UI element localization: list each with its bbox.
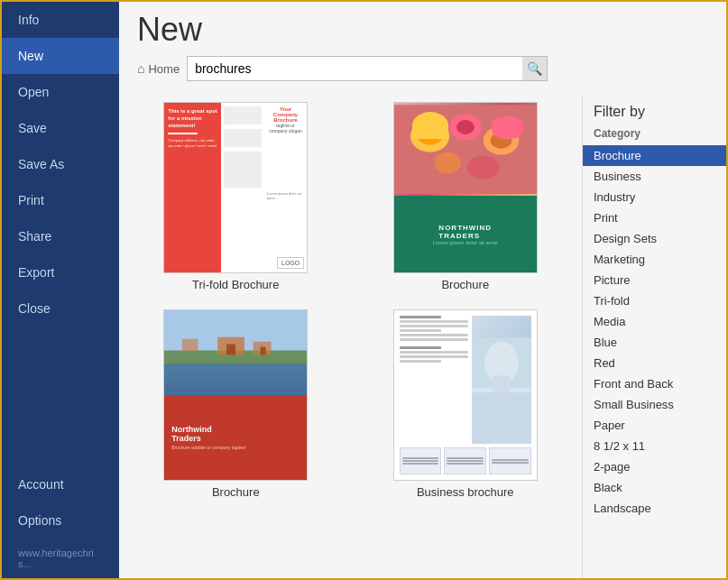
filter-item-print[interactable]: Print: [583, 207, 726, 228]
filter-item-design-sets[interactable]: Design Sets: [583, 228, 726, 249]
template-thumb-brochure2: NorthwindTraders Brochure subtitle or co…: [163, 309, 308, 481]
template-label-trifold: Tri-fold Brochure: [192, 278, 279, 291]
svg-rect-15: [261, 347, 266, 355]
tl-text: Company address, city, state, zip code •…: [168, 138, 217, 148]
biz-line: [400, 338, 468, 341]
lake-reflection: [164, 365, 307, 395]
sidebar: Info New Open Save Save As Print Share E…: [2, 2, 119, 578]
filter-item-front-and-back[interactable]: Front and Back: [583, 373, 726, 394]
biz-text-block: [400, 316, 531, 444]
filter-item-black[interactable]: Black: [583, 477, 726, 498]
brochure2-mock: NorthwindTraders Brochure subtitle or co…: [164, 310, 307, 480]
svg-point-6: [490, 133, 511, 149]
biz-card-line: [402, 460, 439, 462]
search-button[interactable]: 🔍: [522, 56, 548, 81]
tr-logo: LOGO: [277, 257, 304, 269]
filter-item-landscape[interactable]: Landscape: [583, 498, 726, 519]
template-biz-brochure[interactable]: Business brochure: [360, 309, 572, 499]
templates-area: This is a great spot for a mission state…: [119, 95, 582, 578]
biz-card: [489, 447, 531, 474]
page-title: New: [137, 11, 708, 49]
tr-company-title: Your CompanyBrochure: [267, 106, 304, 123]
filter-title: Filter by: [583, 104, 726, 125]
biz-line: [400, 355, 468, 358]
search-bar: ⌂ Home 🔍: [137, 56, 708, 81]
sidebar-item-info[interactable]: Info: [2, 2, 119, 38]
biz-card-line: [447, 463, 484, 465]
sidebar-item-open[interactable]: Open: [2, 74, 119, 110]
trifold-left: This is a great spot for a mission state…: [164, 103, 221, 272]
tm-block: [224, 106, 261, 124]
home-link[interactable]: ⌂ Home: [137, 61, 180, 76]
biz-card: [400, 447, 442, 474]
sidebar-item-save[interactable]: Save: [2, 110, 119, 146]
svg-point-1: [410, 120, 449, 152]
brochure1-bottom: NORTHWINDTRADERS Lorem ipsum dolor sit a…: [394, 196, 537, 272]
filter-item-marketing[interactable]: Marketing: [583, 249, 726, 270]
tr-body-text: Lorem ipsum dolor sit amet...: [267, 191, 304, 200]
trifold-mock: This is a great spot for a mission state…: [164, 103, 307, 272]
biz-card-line: [402, 457, 439, 459]
brochure1-sub: Lorem ipsum dolor sit amet: [433, 240, 498, 245]
template-brochure2[interactable]: NorthwindTraders Brochure subtitle or co…: [130, 309, 342, 499]
biz-line: [400, 346, 441, 349]
biz-line: [400, 351, 468, 354]
filter-item-picture[interactable]: Picture: [583, 270, 726, 290]
trifold-mid: [221, 103, 263, 272]
biz-line: [400, 316, 441, 318]
home-icon: ⌂: [137, 61, 144, 76]
filter-item-media[interactable]: Media: [583, 311, 726, 332]
bizbrochure-mock: [394, 310, 537, 480]
svg-point-2: [417, 127, 442, 145]
filter-item-industry[interactable]: Industry: [583, 187, 726, 207]
sidebar-footer-text: www.heritagechris...: [2, 539, 119, 578]
filter-item-brochure[interactable]: Brochure: [583, 145, 726, 166]
biz-photo-svg: [472, 316, 531, 444]
svg-rect-20: [493, 375, 511, 422]
brochure1-mock: NORTHWINDTRADERS Lorem ipsum dolor sit a…: [394, 103, 537, 272]
sidebar-item-save-as[interactable]: Save As: [2, 146, 119, 182]
sidebar-item-print[interactable]: Print: [2, 182, 119, 218]
filter-item-8x11[interactable]: 8 1/2 x 11: [583, 436, 726, 456]
filter-item-red[interactable]: Red: [583, 353, 726, 373]
template-label-brochure2: Brochure: [212, 485, 260, 499]
template-label-brochure1: Brochure: [441, 278, 489, 291]
biz-bottom-cards: [400, 447, 531, 474]
biz-line: [400, 360, 441, 363]
brochure1-brand: NORTHWINDTRADERS: [438, 224, 492, 240]
sidebar-item-close[interactable]: Close: [2, 290, 119, 327]
search-input[interactable]: [187, 56, 548, 81]
template-thumb-trifold: This is a great spot for a mission state…: [163, 102, 308, 273]
svg-rect-13: [226, 345, 235, 355]
tr-tagline: tagline or company slogan: [267, 123, 304, 133]
sidebar-item-export[interactable]: Export: [2, 254, 119, 290]
filter-item-tri-fold[interactable]: Tri-fold: [583, 290, 726, 311]
biz-line: [400, 325, 468, 327]
sidebar-item-share[interactable]: Share: [2, 218, 119, 254]
trifold-right: Your CompanyBrochure tagline or company …: [264, 103, 307, 272]
template-brochure1[interactable]: NORTHWINDTRADERS Lorem ipsum dolor sit a…: [360, 102, 572, 291]
filter-sidebar: Filter by Category Brochure Business Ind…: [582, 95, 726, 578]
sidebar-item-new[interactable]: New: [2, 38, 119, 74]
filter-item-business[interactable]: Business: [583, 166, 726, 187]
filter-item-2page[interactable]: 2-page: [583, 456, 726, 477]
template-label-biz: Business brochure: [417, 485, 514, 499]
template-thumb-biz-brochure: [393, 309, 538, 481]
filter-item-paper[interactable]: Paper: [583, 415, 726, 436]
biz-card-line: [492, 462, 529, 464]
search-input-wrap: 🔍: [187, 56, 548, 81]
svg-rect-18: [472, 388, 531, 422]
biz-card-line: [447, 457, 484, 459]
template-trifold[interactable]: This is a great spot for a mission state…: [130, 102, 342, 291]
biz-line: [400, 329, 441, 332]
tm-block-tall: [224, 152, 261, 188]
sidebar-item-options[interactable]: Options: [2, 502, 119, 539]
biz-card-line: [402, 463, 439, 465]
filter-item-small-business[interactable]: Small Business: [583, 394, 726, 415]
sidebar-item-account[interactable]: Account: [2, 466, 119, 502]
home-label: Home: [148, 62, 180, 76]
biz-line: [400, 320, 468, 323]
biz-card-line: [492, 459, 529, 461]
filter-item-blue[interactable]: Blue: [583, 332, 726, 353]
biz-right-image: [472, 316, 531, 444]
